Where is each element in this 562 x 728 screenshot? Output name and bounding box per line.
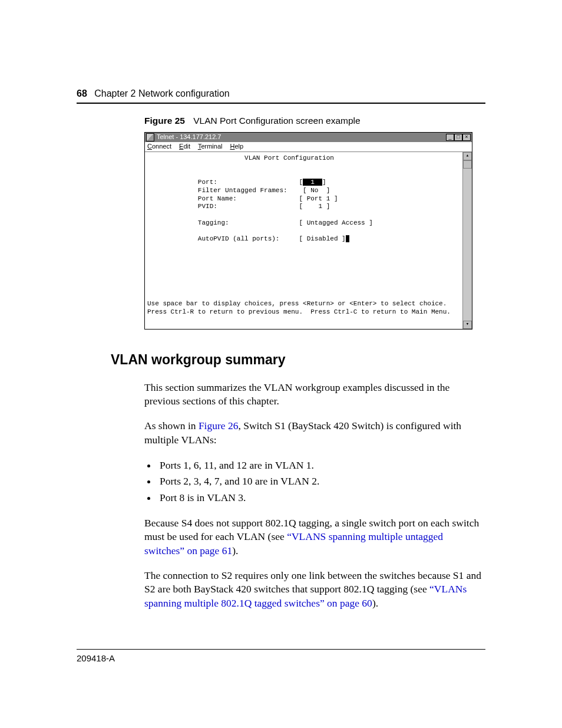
window-titlebar: Telnet - 134.177.212.7 _ □ × [145,133,472,142]
paragraph: This section summarizes the VLAN workgro… [144,381,485,409]
figure-label: Figure 25 [144,116,185,126]
bullet-list: Ports 1, 6, 11, and 12 are in VLAN 1. Po… [144,457,485,505]
minimize-button[interactable]: _ [446,134,454,141]
maximize-button[interactable]: □ [454,134,462,141]
menu-help[interactable]: Help [230,143,244,150]
page: 68 Chapter 2 Network configuration Figur… [0,0,562,728]
paragraph: Because S4 does not support 802.1Q taggi… [144,516,485,558]
scroll-thumb[interactable] [463,160,472,169]
scroll-up-icon[interactable]: ▴ [463,152,472,160]
paragraph: As shown in Figure 26, Switch S1 (BaySta… [144,419,485,447]
telnet-window: Telnet - 134.177.212.7 _ □ × Connect Edi… [144,132,472,330]
footer-rule [77,649,485,650]
paragraph: The connection to S2 requires only one l… [144,569,485,611]
running-header: 68 Chapter 2 Network configuration [77,88,485,99]
header-rule [77,103,485,104]
page-footer: 209418-A [77,649,485,663]
section-body: This section summarizes the VLAN workgro… [144,381,485,611]
close-button[interactable]: × [462,134,471,141]
terminal-output[interactable]: VLAN Port Configuration Port: [ 1 ] Filt… [145,152,462,329]
menu-connect[interactable]: Connect [147,143,171,150]
window-title: Telnet - 134.177.212.7 [157,133,446,141]
window-controls: _ □ × [446,134,471,141]
list-item: Ports 2, 3, 4, 7, and 10 are in VLAN 2. [157,473,485,489]
figure-caption: Figure 25 VLAN Port Configuration screen… [144,116,485,126]
document-id: 209418-A [77,653,485,663]
terminal-wrap: VLAN Port Configuration Port: [ 1 ] Filt… [145,152,472,329]
figure-block: Figure 25 VLAN Port Configuration screen… [144,116,485,330]
menu-bar: Connect Edit Terminal Help [145,142,472,152]
figure-caption-text: VLAN Port Configuration screen example [193,116,360,126]
scrollbar[interactable]: ▴ ▾ [462,152,472,329]
scroll-track[interactable] [463,169,472,321]
list-item: Ports 1, 6, 11, and 12 are in VLAN 1. [157,457,485,473]
list-item: Port 8 is in VLAN 3. [157,490,485,506]
chapter-title: Chapter 2 Network configuration [94,88,229,98]
page-number: 68 [77,88,87,98]
app-icon [146,133,154,141]
menu-edit[interactable]: Edit [179,143,190,150]
scroll-down-icon[interactable]: ▾ [463,321,472,329]
section-heading: VLAN workgroup summary [111,352,485,368]
menu-terminal[interactable]: Terminal [198,143,223,150]
figure-link[interactable]: Figure 26 [199,420,239,431]
